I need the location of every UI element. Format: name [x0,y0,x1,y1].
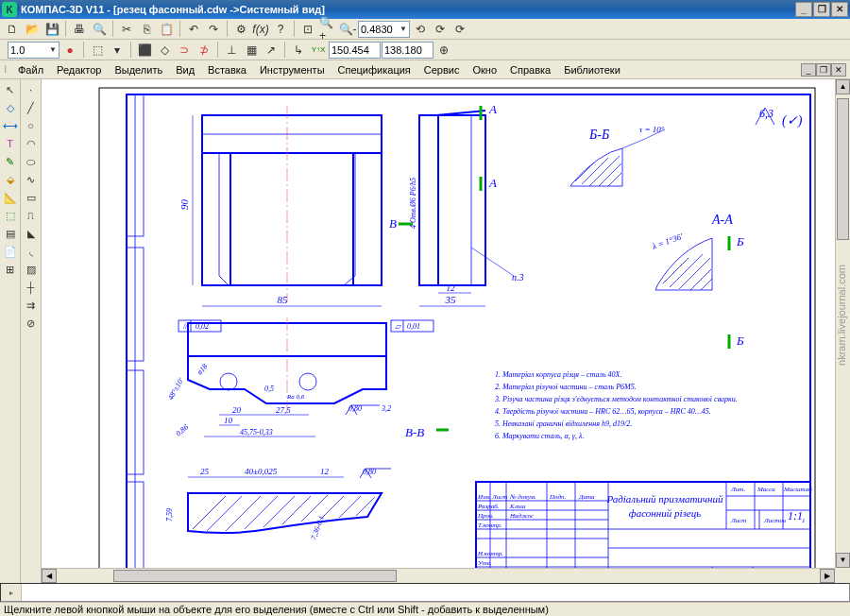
close-button[interactable]: ✕ [831,2,848,17]
axis-tool[interactable]: ┼ [23,279,40,296]
svg-text:λ = 1°36': λ = 1°36' [650,231,685,252]
preview-button[interactable]: 🔍 [90,20,109,39]
measure-tool[interactable]: 📐 [2,189,19,206]
select-tool[interactable]: ↖ [2,81,19,98]
zoom-in-button[interactable]: 🔍+ [318,20,337,39]
menu-select[interactable]: Выделить [108,62,169,77]
minimize-button[interactable]: _ [795,2,812,17]
coord-x-field[interactable]: 150.454 [329,42,381,59]
edit-tool[interactable]: ✎ [2,153,19,170]
redo-button[interactable]: ↷ [204,20,223,39]
vscroll-thumb[interactable] [837,98,849,240]
scroll-down-button[interactable]: ▼ [836,553,850,568]
svg-text:20: 20 [232,405,242,415]
menu-help[interactable]: Справка [503,62,557,77]
cut-button[interactable]: ✂ [117,20,136,39]
snap-magnet-on[interactable]: ⊃ [175,41,194,60]
zoom-combo[interactable]: 0.4830▼ [358,21,410,38]
geometry-tool[interactable]: ◇ [2,99,19,116]
open-button[interactable]: 📂 [23,20,42,39]
grid-button[interactable]: ▦ [242,41,261,60]
param-button[interactable]: ↗ [262,41,280,60]
scroll-right-button[interactable]: ▶ [820,569,835,583]
text-tool[interactable]: T [2,135,19,152]
hscroll-thumb[interactable] [113,570,397,582]
svg-text://: // [182,322,188,331]
arc-tool[interactable]: ◠ [23,135,40,152]
horizontal-scrollbar[interactable]: ◀ ▶ [42,568,835,583]
ortho-button[interactable]: ⊥ [222,41,241,60]
menu-libraries[interactable]: Библиотеки [557,62,627,77]
scroll-left-button[interactable]: ◀ [42,569,57,583]
chamfer-tool[interactable]: ◣ [23,225,40,242]
drawing-area[interactable]: 90 85 А А В 12 [42,79,835,583]
menubar: ⁞ Файл Редактор Выделить Вид Вставка Инс… [0,60,850,79]
report-tool[interactable]: 📄 [2,243,19,260]
menu-file[interactable]: Файл [11,62,50,77]
app-icon: K [2,2,17,17]
menu-spec[interactable]: Спецификация [332,62,417,77]
offset-tool[interactable]: ⇉ [23,297,40,314]
menu-service[interactable]: Сервис [417,62,467,77]
svg-text:0,5: 0,5 [264,385,274,393]
selection-tool[interactable]: ⬚ [2,207,19,224]
svg-line-36 [589,156,620,186]
zoom-prev-button[interactable]: ⟲ [411,20,430,39]
fillet-tool[interactable]: ◟ [23,243,40,260]
layer-dropdown[interactable]: ▾ [108,41,127,60]
line-tool[interactable]: ╱ [23,99,40,116]
menu-tools[interactable]: Инструменты [253,62,332,77]
param-tool[interactable]: ⬙ [2,171,19,188]
menu-window[interactable]: Окно [466,62,503,77]
spline-tool[interactable]: ∿ [23,171,40,188]
menu-insert[interactable]: Вставка [201,62,253,77]
scroll-up-button[interactable]: ▲ [836,79,850,94]
snap-toggle[interactable]: ⬛ [135,41,154,60]
rect-tool[interactable]: ▭ [23,189,40,206]
command-input-panel[interactable]: ▸ [0,583,850,602]
zoom-window-button[interactable]: ⊡ [298,20,317,39]
current-state-button[interactable]: ● [60,41,79,60]
print-button[interactable]: 🖶 [70,20,89,39]
point-tool[interactable]: · [23,81,40,98]
refresh-button[interactable]: ⟳ [450,20,469,39]
copy-button[interactable]: ⎘ [137,20,156,39]
break-tool[interactable]: ⊘ [23,315,40,332]
save-button[interactable]: 💾 [42,20,61,39]
undo-button[interactable]: ↶ [184,20,203,39]
menubar-grip[interactable]: ⁞ [4,63,8,76]
hatch-tool[interactable]: ▨ [23,261,40,278]
coord-y-field[interactable]: 138.180 [382,42,434,59]
svg-text:1.  Матеріал корпуса різця – с: 1. Матеріал корпуса різця – сталь 40Х. [495,370,621,379]
doc-restore[interactable]: ❐ [816,63,831,77]
variables-button[interactable]: f(x) [251,20,270,39]
cs-xy-icon[interactable]: Y↑X [309,41,328,60]
menu-view[interactable]: Вид [169,62,201,77]
paste-button[interactable]: 📋 [157,20,176,39]
zoom-out-button[interactable]: 🔍- [338,20,357,39]
spec-tool[interactable]: ▤ [2,225,19,242]
local-cs-button[interactable]: ↳ [289,41,308,60]
svg-text:2.  Матеріал різучої частини –: 2. Матеріал різучої частини – сталь Р6М5… [495,383,637,391]
snap-magnet-off[interactable]: ⊅ [195,41,213,60]
circle-tool[interactable]: ○ [23,117,40,134]
coord-button[interactable]: ⊕ [434,41,453,60]
new-button[interactable]: 🗋 [3,20,22,39]
polyline-tool[interactable]: ⎍ [23,207,40,224]
main-toolbar: 🗋 📂 💾 🖶 🔍 ✂ ⎘ 📋 ↶ ↷ ⚙ f(x) ? ⊡ 🔍+ 🔍- 0.4… [0,19,850,40]
doc-close[interactable]: ✕ [831,63,846,77]
svg-text:Б-Б: Б-Б [588,128,609,142]
ellipse-tool[interactable]: ⬭ [23,153,40,170]
help-button[interactable]: ? [271,20,290,39]
zoom-next-button[interactable]: ⟳ [431,20,450,39]
scale-combo[interactable]: 1.0▼ [8,42,60,59]
menu-editor[interactable]: Редактор [50,62,108,77]
maximize-button[interactable]: ❐ [813,2,830,17]
properties-button[interactable]: ⚙ [231,20,250,39]
input-tab-icon[interactable]: ▸ [9,589,13,597]
layers-button[interactable]: ⬚ [88,41,107,60]
snap-endpoint[interactable]: ◇ [155,41,174,60]
insert-tool[interactable]: ⊞ [2,261,19,278]
dimensions-tool[interactable]: ⟷ [2,117,19,134]
doc-minimize[interactable]: _ [801,63,816,77]
